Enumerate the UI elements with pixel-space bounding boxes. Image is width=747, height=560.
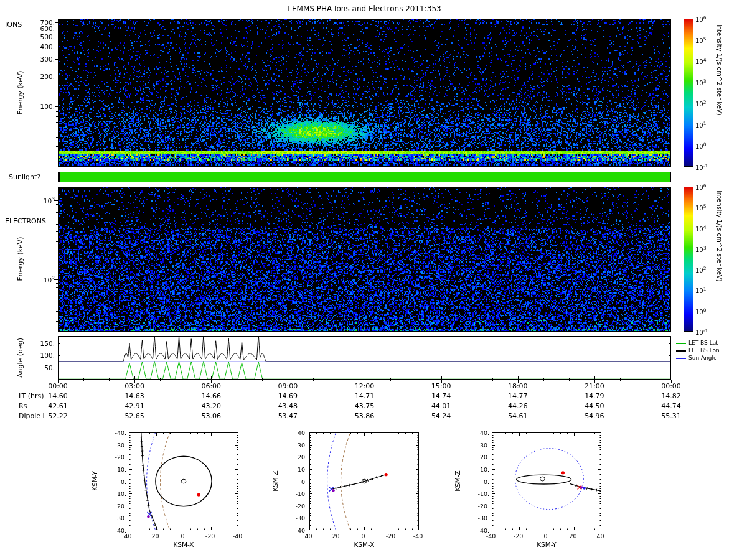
colorbar-tick-label: 105	[695, 36, 723, 44]
ephemeris-value: 54.61	[498, 412, 538, 420]
time-tick-label: 00:00	[652, 382, 690, 390]
orbit-ytick-label: 30.	[467, 442, 489, 449]
orbit-xtick-label: 20.	[326, 533, 348, 539]
electrons-panel-label: ELECTRONS	[5, 217, 46, 225]
sunlight-bar	[58, 172, 671, 182]
ions-ytick-label: 200.	[30, 73, 55, 80]
orbit-xtick-label: -20.	[200, 533, 222, 539]
intensity-colorbar-electrons	[684, 187, 693, 332]
ephemeris-value: 43.75	[345, 402, 385, 410]
orbit-ytick-label: -40.	[104, 429, 126, 436]
colorbar-tick-label: 103	[695, 78, 723, 86]
time-tick-label: 03:00	[116, 382, 153, 390]
ephemeris-value: 14.82	[651, 392, 691, 400]
page-title: LEMMS PHA Ions and Electrons 2011:353	[58, 4, 671, 13]
time-tick-label: 18:00	[499, 382, 537, 390]
orbit-xtick-label: -40.	[227, 533, 250, 539]
ions-ytick-label: 500.	[30, 33, 55, 40]
ephemeris-value: 14.77	[498, 392, 538, 400]
orbit-plot-ksmx-ksmy	[129, 432, 238, 530]
orbit-plot-ksmx-ksmz	[309, 432, 419, 530]
colorbar-tick-label: 10-1	[695, 328, 723, 336]
orbit-xtick-label: 40.	[590, 533, 613, 539]
legend-item-2: Sun Angle	[676, 355, 717, 361]
orbit-ytick-label: -30.	[104, 442, 126, 449]
colorbar-tick-label: 10-1	[695, 163, 723, 171]
colorbar-tick-label: 100	[695, 142, 723, 150]
colorbar-tick-label: 104	[695, 225, 723, 233]
electrons-ytick-label: 103	[30, 196, 55, 205]
angle-ytick-label: 100.	[30, 352, 55, 359]
ions-y-axis-label: Energy (keV)	[16, 63, 24, 122]
ephemeris-value: 43.48	[268, 402, 308, 410]
orbit-xz-ylabel: KSM-Z	[271, 461, 279, 501]
ephemeris-row-label: Rs	[19, 402, 27, 410]
orbit-yz-xlabel: KSM-Y	[492, 541, 601, 548]
ions-spectrogram	[58, 19, 671, 167]
ions-ytick-label: 300.	[30, 55, 55, 63]
orbit-ytick-label: -20.	[467, 503, 489, 510]
angle-line-plot	[58, 336, 671, 380]
ions-ytick-label: 400.	[30, 43, 55, 50]
orbit-ytick-label: 40.	[284, 429, 307, 436]
orbit-xtick-label: -20.	[380, 533, 403, 539]
ions-ytick-label: 100.	[30, 103, 55, 110]
orbit-xtick-label: 40.	[118, 533, 140, 539]
colorbar-tick-label: 101	[695, 286, 723, 294]
colorbar-tick-label: 105	[695, 203, 723, 212]
orbit-ytick-label: -10.	[284, 490, 307, 497]
intensity-colorbar-ions	[684, 19, 693, 167]
colorbar-tick-label: 106	[695, 183, 723, 191]
colorbar-tick-label: 102	[695, 100, 723, 108]
ephemeris-value: 14.79	[575, 392, 614, 400]
ephemeris-value: 44.26	[498, 402, 538, 410]
electrons-spectrogram	[58, 187, 671, 332]
orbit-xy-xlabel: KSM-X	[129, 541, 238, 548]
orbit-xtick-label: 0.	[353, 533, 375, 539]
time-tick-label: 09:00	[269, 382, 306, 390]
ephemeris-value: 53.47	[268, 412, 308, 420]
ephemeris-value: 55.31	[651, 412, 691, 420]
orbit-ytick-label: 30.	[284, 442, 307, 449]
ephemeris-value: 14.60	[38, 392, 78, 400]
legend-swatch	[676, 343, 686, 344]
orbit-ytick-label: 10.	[467, 466, 489, 473]
sunlight-label: Sunlight?	[9, 173, 40, 181]
electrons-ytick-label: 102	[30, 275, 55, 284]
ephemeris-value: 14.69	[268, 392, 308, 400]
orbit-ytick-label: -10.	[104, 466, 126, 473]
orbit-xtick-label: 20.	[563, 533, 585, 539]
angle-ytick-label: 150.	[30, 340, 55, 347]
orbit-xtick-label: 20.	[145, 533, 167, 539]
electrons-y-axis-label: Energy (keV)	[16, 230, 24, 288]
orbit-ytick-label: 10.	[284, 466, 307, 473]
orbit-ytick-label: 40.	[467, 429, 489, 436]
ephemeris-value: 52.22	[38, 412, 78, 420]
lemms-summary-plot: LEMMS PHA Ions and Electrons 2011:353 IO…	[0, 0, 747, 560]
orbit-ytick-label: -30.	[467, 515, 489, 521]
ephemeris-value: 14.66	[191, 392, 231, 400]
colorbar-tick-label: 102	[695, 266, 723, 274]
time-tick-label: 15:00	[423, 382, 460, 390]
legend-label: LET BS Lat	[688, 340, 718, 346]
orbit-ytick-label: -30.	[284, 515, 307, 521]
orbit-xtick-label: -40.	[481, 533, 503, 539]
legend-item-0: LET BS Lat	[676, 340, 718, 346]
ephemeris-value: 44.74	[651, 402, 691, 410]
legend-item-1: LET BS Lon	[676, 347, 720, 353]
sunlight-gap-marker	[59, 172, 60, 182]
ephemeris-value: 42.91	[115, 402, 154, 410]
orbit-xz-xlabel: KSM-X	[309, 541, 419, 548]
ephemeris-value: 44.01	[421, 402, 461, 410]
orbit-ytick-label: 20.	[284, 454, 307, 460]
legend-label: Sun Angle	[688, 355, 717, 361]
colorbar-tick-label: 106	[695, 15, 723, 23]
orbit-xtick-label: 0.	[535, 533, 558, 539]
ephemeris-value: 54.96	[575, 412, 614, 420]
time-tick-label: 00:00	[39, 382, 77, 390]
ephemeris-value: 14.71	[345, 392, 385, 400]
ephemeris-value: 43.20	[191, 402, 231, 410]
colorbar-tick-label: 100	[695, 307, 723, 315]
ephemeris-value: 53.06	[191, 412, 231, 420]
ephemeris-value: 14.63	[115, 392, 154, 400]
